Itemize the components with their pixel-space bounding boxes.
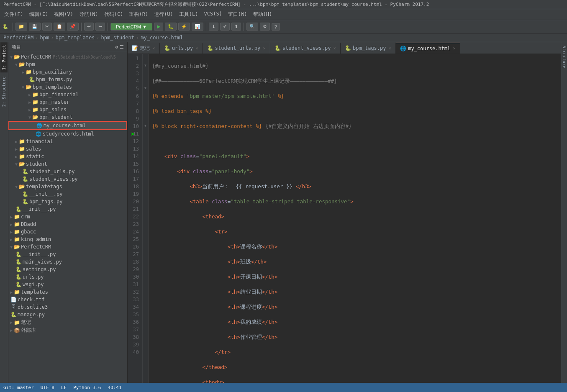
tree-item-bpm_student[interactable]: 📂 bpm_student xyxy=(8,113,127,121)
breadcrumb-bpm[interactable]: bpm xyxy=(40,35,49,41)
tree-item-bpm_financial[interactable]: 📁 bpm_financial xyxy=(8,91,127,98)
tab-notes-close[interactable]: × xyxy=(152,46,155,51)
menu-item-code[interactable]: 代码(C) xyxy=(102,10,126,19)
tree-item-settings[interactable]: 🐍 settings.py xyxy=(8,266,127,273)
tab-student-urls[interactable]: 🐍 student_urls.py × xyxy=(203,43,270,54)
tree-item-check-ttf[interactable]: 📄 check.ttf xyxy=(8,296,127,303)
toolbar-redo-btn[interactable]: ↪ xyxy=(95,23,105,31)
tab-student-views[interactable]: 🐍 student_views.py × xyxy=(270,43,341,54)
tree-item-crm[interactable]: 📁 crm xyxy=(8,213,127,220)
toolbar-save-btn[interactable]: 💾 xyxy=(29,23,41,31)
breadcrumb-bpm_templates[interactable]: bpm_templates xyxy=(55,35,95,41)
menu-item-nav[interactable]: 导航(N) xyxy=(77,10,101,19)
tree-item-init-bpm[interactable]: 🐍 __init__.py xyxy=(8,205,127,213)
tree-item-wsgi[interactable]: 🐍 wsgi.py xyxy=(8,281,127,288)
tab-student-urls-close[interactable]: × xyxy=(263,46,266,51)
tab-my-course-close[interactable]: × xyxy=(453,46,456,51)
tab-urls[interactable]: 🐍 urls.py × xyxy=(160,43,203,54)
fold-arrow-student[interactable] xyxy=(15,162,18,167)
tree-item-init-tt[interactable]: 🐍 __init__.py xyxy=(8,190,127,198)
tree-item-sales[interactable]: 📁 sales xyxy=(8,145,127,153)
code-content[interactable]: {#my_course.html#} {##————————————60Perf… xyxy=(149,54,561,386)
tab-student-views-close[interactable]: × xyxy=(333,46,336,51)
tab-bpm-tags[interactable]: 🐍 bpm_tags.py × xyxy=(341,43,396,54)
menu-item-refactor[interactable]: 重构(R) xyxy=(126,10,151,19)
fold-arrow-bpm-master[interactable] xyxy=(28,100,31,105)
coverage-btn[interactable]: ⚡ xyxy=(178,23,190,31)
tab-notes[interactable]: 📝 笔记 × xyxy=(128,43,160,54)
tree-item-main-views[interactable]: 🐍 main_views.py xyxy=(8,258,127,266)
tree-item-templatetags[interactable]: 📂 templatetags xyxy=(8,183,127,190)
project-tab[interactable]: 1: Project xyxy=(0,42,8,72)
tree-item-studyrecords[interactable]: 🌐 studyrecords.html xyxy=(8,130,127,138)
breadcrumb-perfectcrm[interactable]: PerfectCRM xyxy=(3,35,33,41)
toolbar-cut-btn[interactable]: ✂ xyxy=(42,23,52,31)
fold-ind-10[interactable]: ▼ xyxy=(143,122,148,129)
breadcrumb-bpm_student[interactable]: bpm_student xyxy=(101,35,134,41)
tree-item-student[interactable]: 📂 student xyxy=(8,160,127,168)
fold-arrow-external-libs[interactable] xyxy=(10,328,13,333)
tree-item-student-views[interactable]: 🐍 student_views.py xyxy=(8,175,127,183)
structure-tab-vert[interactable]: 2: Structure xyxy=(0,74,8,109)
search-btn[interactable]: 🔍 xyxy=(246,23,258,31)
fold-arrow-gbacc[interactable] xyxy=(10,230,13,234)
debug-btn[interactable]: 🐛 xyxy=(165,23,177,31)
run-config-btn[interactable]: PerfectCRM ▼ xyxy=(110,23,152,31)
tree-item-urls-perf[interactable]: 🐍 urls.py xyxy=(8,273,127,281)
project-gear-icon[interactable]: ☰ xyxy=(120,44,124,50)
fold-arrow-sales[interactable] xyxy=(15,147,18,151)
breadcrumb-my_course[interactable]: my_course.html xyxy=(141,35,183,41)
tree-item-external-libs[interactable]: 📦 外部库 xyxy=(8,326,127,334)
toolbar-copy-btn[interactable]: 📋 xyxy=(54,23,65,31)
tree-item-dbadd[interactable]: 📁 DBadd xyxy=(8,220,127,228)
git-commit-btn[interactable]: ✔ xyxy=(220,23,230,31)
git-push-btn[interactable]: ⬆ xyxy=(231,23,241,31)
project-settings-icon[interactable]: ⚙ xyxy=(115,44,118,50)
tree-item-db-sqlite3[interactable]: 🗄 db.sqlite3 xyxy=(8,303,127,311)
fold-arrow-static[interactable] xyxy=(15,154,18,159)
fold-arrow-templates[interactable] xyxy=(10,290,13,295)
toolbar-paste-btn[interactable]: 📌 xyxy=(67,23,79,31)
tree-item-bpm_templates[interactable]: 📂 bpm_templates xyxy=(8,83,127,91)
fold-arrow-perfectcrm[interactable] xyxy=(10,55,13,59)
fold-arrow-financial[interactable] xyxy=(15,139,18,144)
tree-item-king-admin[interactable]: 📁 king_admin xyxy=(8,236,127,243)
fold-arrow-dbadd[interactable] xyxy=(10,222,13,227)
fold-arrow-templatetags[interactable] xyxy=(15,184,18,189)
tree-item-my_course[interactable]: 🌐 my_course.html xyxy=(8,121,127,130)
tree-item-manage-py[interactable]: 🐍 manage.py xyxy=(8,311,127,318)
tab-urls-close[interactable]: × xyxy=(195,46,198,51)
tree-item-init-perf[interactable]: 🐍 __init__.py xyxy=(8,251,127,258)
tab-bpm-tags-close[interactable]: × xyxy=(389,46,392,51)
fold-arrow-bpm-student[interactable] xyxy=(28,115,31,120)
menu-item-view[interactable]: 视图(V) xyxy=(51,10,76,19)
fold-arrow-bpm-financial[interactable] xyxy=(28,92,31,97)
structure-tab[interactable]: Structure xyxy=(561,42,567,72)
tree-item-bpm_forms[interactable]: 🐍 bpm_forms.py xyxy=(8,76,127,83)
git-update-btn[interactable]: ⬇ xyxy=(209,23,218,31)
tree-item-bpm[interactable]: 📂 bpm xyxy=(8,61,127,68)
tree-item-bpm-tags[interactable]: 🐍 bpm_tags.py xyxy=(8,198,127,205)
menu-item-vcs[interactable]: VCS(S) xyxy=(202,10,225,19)
tree-item-templates[interactable]: 📁 templates xyxy=(8,288,127,296)
profile-btn[interactable]: 📊 xyxy=(192,23,203,31)
tab-my-course[interactable]: 🌐 my_course.html × xyxy=(396,43,460,54)
fold-arrow-bpm-sales[interactable] xyxy=(28,108,31,112)
menu-item-tools[interactable]: 工具(L) xyxy=(177,10,201,19)
menu-item-edit[interactable]: 编辑(E) xyxy=(27,10,51,19)
help-toolbar-btn[interactable]: ? xyxy=(272,23,280,31)
fold-arrow-bpm[interactable] xyxy=(15,62,18,67)
fold-arrow-king-admin[interactable] xyxy=(10,237,13,242)
tree-item-perfectcrm-root[interactable]: 📂 PerfectCRM F:\BaiduNetdiskDownload\5 xyxy=(8,53,127,61)
toolbar-undo-btn[interactable]: ↩ xyxy=(84,23,94,31)
tree-item-perfectcrm-sub[interactable]: 📂 PerfectCRM xyxy=(8,243,127,251)
menu-item-help[interactable]: 帮助(H) xyxy=(251,10,275,19)
fold-arrow-notes[interactable] xyxy=(10,320,13,325)
tree-item-bpm_sales[interactable]: 📁 bpm_sales xyxy=(8,106,127,113)
tree-item-static[interactable]: 📁 static xyxy=(8,153,127,160)
menu-item-file[interactable]: 文件(F) xyxy=(2,10,26,19)
fold-ind-5[interactable]: ▼ xyxy=(143,84,148,92)
fold-arrow-perfectcrm-sub[interactable] xyxy=(10,245,13,249)
menu-item-run[interactable]: 运行(U) xyxy=(151,10,176,19)
toolbar-open-btn[interactable]: 📁 xyxy=(15,23,27,31)
